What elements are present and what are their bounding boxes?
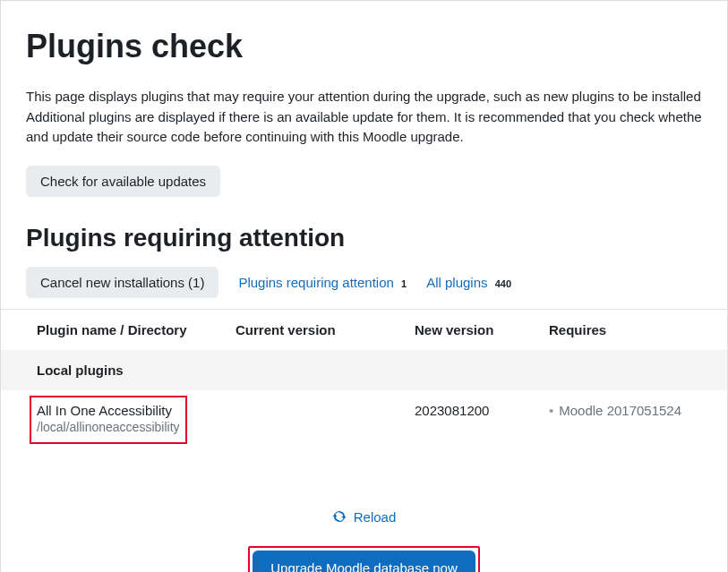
th-requires: Requires — [538, 310, 727, 350]
th-new-version: New version — [404, 310, 538, 350]
plugin-section-label: Local plugins — [1, 350, 727, 390]
refresh-icon — [332, 509, 347, 524]
upgrade-database-button[interactable]: Upgrade Moodle database now — [253, 551, 475, 573]
filter-all-plugins[interactable]: All plugins — [426, 275, 487, 290]
reload-link[interactable]: Reload — [332, 509, 397, 525]
filter-requiring-attention[interactable]: Plugins requiring attention — [238, 275, 393, 290]
bullet-icon: • — [549, 403, 553, 418]
plugins-table: Plugin name / Directory Current version … — [1, 310, 727, 447]
highlight-annotation: Upgrade Moodle database now — [248, 546, 479, 573]
check-updates-button[interactable]: Check for available updates — [26, 166, 220, 197]
plugin-current-version — [225, 390, 404, 447]
all-plugins-count: 440 — [495, 278, 511, 289]
plugin-name: All In One Accessibility — [37, 403, 214, 418]
page-title: Plugins check — [26, 28, 702, 65]
cancel-installations-button[interactable]: Cancel new installations (1) — [26, 267, 218, 298]
plugin-requires: •Moodle 2017051524 — [549, 403, 681, 418]
section-heading: Plugins requiring attention — [26, 224, 702, 252]
table-row: All In One Accessibility /local/allinone… — [1, 390, 727, 447]
th-plugin-name: Plugin name / Directory — [1, 310, 225, 350]
th-current-version: Current version — [225, 310, 404, 350]
requiring-attention-count: 1 — [401, 278, 407, 289]
plugin-new-version: 2023081200 — [404, 390, 538, 447]
page-description: This page displays plugins that may requ… — [26, 87, 702, 148]
plugin-directory: /local/allinoneaccessibility — [37, 420, 214, 434]
